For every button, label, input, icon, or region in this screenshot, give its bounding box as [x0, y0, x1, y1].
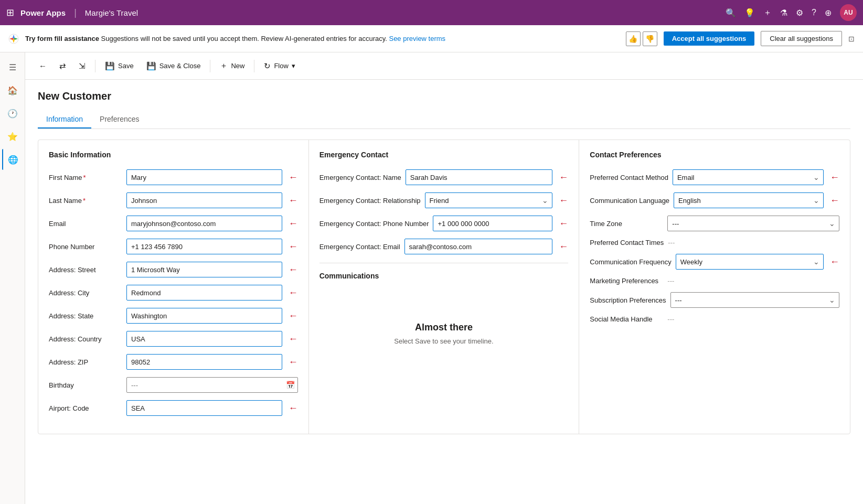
field-row-street: Address: Street ←	[49, 262, 298, 277]
contact-times-value: ---	[668, 239, 675, 246]
zip-input[interactable]	[126, 354, 282, 370]
top-nav: ⊞ Power Apps | Margie's Travel 🔍 💡 ＋ ⚗ ⚙…	[0, 0, 863, 25]
marketing-value: ---	[667, 277, 674, 285]
first-name-input-wrap	[126, 169, 282, 185]
last-name-input-wrap	[126, 192, 282, 208]
email-input[interactable]	[126, 216, 282, 231]
language-select[interactable]: English Spanish French	[674, 192, 824, 208]
communications-title: Communications	[319, 272, 569, 280]
sidebar-globe-icon[interactable]: 🌐	[2, 149, 23, 170]
social-value: ---	[667, 315, 674, 323]
flow-button[interactable]: ↻ Flow ▾	[259, 58, 300, 74]
state-input[interactable]	[126, 308, 282, 324]
app-title: Margie's Travel	[85, 8, 138, 17]
sidebar-home-icon[interactable]: 🏠	[2, 80, 23, 101]
accept-all-button[interactable]: Accept all suggestions	[664, 31, 755, 46]
last-name-input[interactable]	[126, 192, 282, 208]
airport-input[interactable]	[126, 400, 282, 416]
save-close-button[interactable]: 💾 Save & Close	[141, 58, 206, 74]
phone-input-wrap	[126, 239, 282, 254]
ec-name-label: Emergency Contact: Name	[319, 174, 401, 181]
first-name-input[interactable]	[126, 169, 282, 185]
subscription-select[interactable]: --- Newsletter Promotions	[670, 292, 839, 308]
calendar-icon[interactable]: 📅	[286, 381, 295, 389]
country-input[interactable]	[126, 331, 282, 347]
language-label: Communication Language	[590, 197, 669, 205]
suggestion-text: Try form fill assistance Suggestions wil…	[25, 35, 620, 42]
country-label: Address: Country	[49, 335, 122, 343]
ec-relationship-arrow: ←	[559, 195, 568, 206]
search-icon[interactable]: 🔍	[726, 8, 736, 18]
suggestion-thumbs: 👍 👎	[626, 31, 657, 46]
left-sidebar: ☰ 🏠 🕐 ⭐ 🌐	[0, 52, 25, 504]
almost-there: Almost there Select Save to see your tim…	[319, 291, 569, 356]
save-button[interactable]: 💾 Save	[100, 58, 139, 74]
lightbulb-icon[interactable]: 💡	[744, 8, 755, 18]
field-row-zip: Address: ZIP ←	[49, 354, 298, 370]
refresh-button[interactable]: ⇄	[54, 58, 71, 74]
tab-information[interactable]: Information	[38, 111, 91, 128]
contact-preferences-section: Contact Preferences Preferred Contact Me…	[579, 140, 850, 434]
city-arrow: ←	[289, 287, 298, 298]
thumbdown-button[interactable]: 👎	[643, 31, 657, 46]
filter-icon[interactable]: ⚗	[780, 8, 787, 18]
ec-relationship-select-wrap: Friend Spouse Parent Sibling	[425, 192, 553, 208]
last-name-required: *	[83, 197, 86, 205]
subscription-label: Subscription Preferences	[590, 296, 666, 304]
tab-preferences[interactable]: Preferences	[91, 111, 147, 128]
contact-method-label: Preferred Contact Method	[590, 174, 668, 181]
help-icon[interactable]: ?	[812, 8, 816, 17]
expand-button[interactable]: ⇲	[73, 58, 91, 74]
social-label: Social Media Handle	[590, 315, 663, 323]
field-row-city: Address: City ←	[49, 285, 298, 301]
phone-input[interactable]	[126, 239, 282, 254]
first-name-label: First Name*	[49, 174, 122, 181]
nav-separator: |	[74, 7, 77, 18]
communications-subsection: Communications Almost there Select Save …	[319, 263, 569, 356]
email-arrow: ←	[289, 218, 298, 229]
sidebar-recent-icon[interactable]: 🕐	[2, 103, 23, 124]
avatar[interactable]: AU	[840, 4, 857, 21]
birthday-input[interactable]	[126, 377, 298, 393]
comm-frequency-select[interactable]: Weekly Monthly Daily	[676, 254, 824, 270]
field-row-airport: Airport: Code ←	[49, 400, 298, 416]
add-icon[interactable]: ＋	[763, 7, 772, 18]
ec-relationship-label: Emergency Contact: Relationship	[319, 197, 421, 205]
phone-label: Phone Number	[49, 243, 122, 251]
thumbup-button[interactable]: 👍	[626, 31, 641, 46]
contact-prefs-title: Contact Preferences	[590, 151, 839, 159]
settings-icon[interactable]: ⚙	[796, 8, 803, 18]
back-button[interactable]: ←	[34, 58, 52, 73]
emergency-title: Emergency Contact	[319, 151, 569, 159]
city-input[interactable]	[126, 285, 282, 301]
clear-all-button[interactable]: Clear all suggestions	[761, 31, 842, 46]
ec-phone-input[interactable]	[433, 216, 552, 231]
street-input[interactable]	[126, 262, 282, 277]
zip-arrow: ←	[289, 357, 298, 368]
refresh-icon: ⇄	[59, 61, 66, 71]
ec-name-arrow: ←	[559, 172, 568, 183]
comm-frequency-label: Communication Frequency	[590, 258, 671, 266]
field-row-phone: Phone Number ←	[49, 239, 298, 254]
ec-relationship-select[interactable]: Friend Spouse Parent Sibling	[425, 192, 553, 208]
field-row-birthday: Birthday 📅	[49, 377, 298, 393]
side-panel-icon[interactable]: ⊡	[848, 35, 855, 43]
sidebar-pinned-icon[interactable]: ⭐	[2, 126, 23, 147]
sidebar-menu-icon[interactable]: ☰	[2, 57, 23, 78]
new-button[interactable]: ＋ New	[215, 58, 250, 74]
field-row-timezone: Time Zone --- PST EST	[590, 216, 839, 231]
external-icon[interactable]: ⊕	[825, 8, 832, 18]
timezone-label: Time Zone	[590, 220, 663, 228]
timezone-select[interactable]: --- PST EST	[667, 216, 839, 231]
field-row-state: Address: State ←	[49, 308, 298, 324]
ec-email-input[interactable]	[404, 239, 553, 254]
field-row-last-name: Last Name* ←	[49, 192, 298, 208]
preview-terms-link[interactable]: See preview terms	[389, 35, 445, 42]
ec-name-input-wrap	[406, 169, 553, 185]
waffle-icon[interactable]: ⊞	[6, 7, 14, 18]
ec-name-input[interactable]	[406, 169, 553, 185]
contact-method-select[interactable]: Email Phone Mail	[673, 169, 824, 185]
country-input-wrap	[126, 331, 282, 347]
birthday-input-wrap: 📅	[126, 377, 298, 393]
zip-label: Address: ZIP	[49, 358, 122, 366]
